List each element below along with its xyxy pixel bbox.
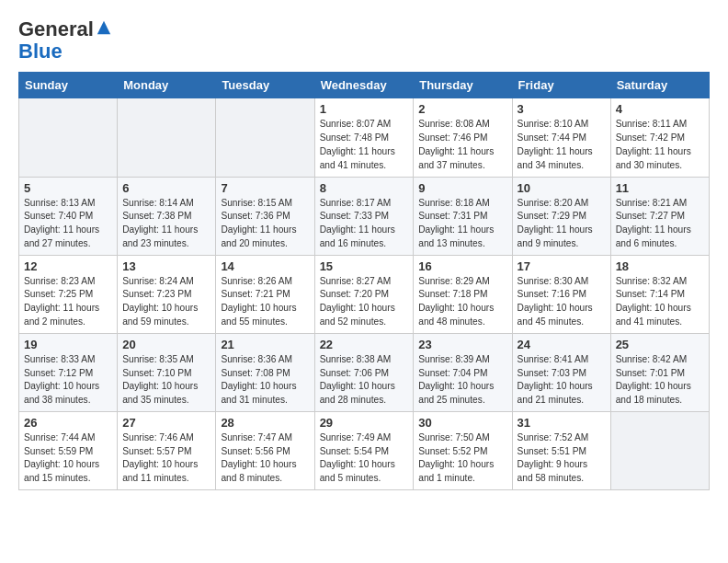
day-number: 30 bbox=[418, 416, 506, 430]
day-info: Sunrise: 8:18 AM Sunset: 7:31 PM Dayligh… bbox=[418, 197, 506, 251]
day-number: 24 bbox=[518, 338, 606, 351]
weekday-header-monday: Monday bbox=[118, 73, 216, 98]
calendar-cell: 5Sunrise: 8:13 AM Sunset: 7:40 PM Daylig… bbox=[19, 177, 118, 255]
calendar-cell: 17Sunrise: 8:30 AM Sunset: 7:16 PM Dayli… bbox=[512, 255, 610, 333]
logo: General Blue bbox=[18, 18, 112, 63]
day-number: 12 bbox=[24, 259, 112, 273]
day-info: Sunrise: 8:27 AM Sunset: 7:20 PM Dayligh… bbox=[320, 275, 409, 329]
day-info: Sunrise: 8:11 AM Sunset: 7:42 PM Dayligh… bbox=[616, 118, 704, 172]
day-number: 28 bbox=[221, 416, 309, 430]
day-number: 19 bbox=[24, 338, 112, 351]
calendar-cell: 2Sunrise: 8:08 AM Sunset: 7:46 PM Daylig… bbox=[414, 98, 512, 177]
week-row-4: 26Sunrise: 7:44 AM Sunset: 5:59 PM Dayli… bbox=[19, 411, 710, 489]
calendar-cell: 11Sunrise: 8:21 AM Sunset: 7:27 PM Dayli… bbox=[610, 177, 709, 255]
day-info: Sunrise: 8:26 AM Sunset: 7:21 PM Dayligh… bbox=[221, 275, 309, 329]
day-number: 4 bbox=[616, 102, 704, 116]
calendar-cell: 24Sunrise: 8:41 AM Sunset: 7:03 PM Dayli… bbox=[512, 333, 610, 411]
day-number: 26 bbox=[24, 416, 112, 430]
calendar-cell bbox=[19, 98, 118, 177]
logo-icon bbox=[96, 19, 112, 36]
day-info: Sunrise: 8:13 AM Sunset: 7:40 PM Dayligh… bbox=[24, 197, 112, 251]
day-number: 11 bbox=[616, 181, 704, 195]
page-header: General Blue bbox=[18, 18, 710, 63]
day-info: Sunrise: 7:46 AM Sunset: 5:57 PM Dayligh… bbox=[122, 431, 210, 486]
day-info: Sunrise: 8:36 AM Sunset: 7:08 PM Dayligh… bbox=[221, 353, 309, 408]
day-number: 1 bbox=[320, 102, 409, 116]
calendar-cell: 4Sunrise: 8:11 AM Sunset: 7:42 PM Daylig… bbox=[610, 98, 709, 177]
week-row-0: 1Sunrise: 8:07 AM Sunset: 7:48 PM Daylig… bbox=[19, 98, 710, 177]
day-number: 23 bbox=[418, 338, 506, 351]
calendar-cell: 15Sunrise: 8:27 AM Sunset: 7:20 PM Dayli… bbox=[314, 255, 414, 333]
calendar-cell: 7Sunrise: 8:15 AM Sunset: 7:36 PM Daylig… bbox=[216, 177, 314, 255]
week-row-2: 12Sunrise: 8:23 AM Sunset: 7:25 PM Dayli… bbox=[19, 255, 710, 333]
calendar-cell: 21Sunrise: 8:36 AM Sunset: 7:08 PM Dayli… bbox=[216, 333, 314, 411]
day-info: Sunrise: 8:30 AM Sunset: 7:16 PM Dayligh… bbox=[518, 275, 606, 329]
weekday-header-wednesday: Wednesday bbox=[314, 73, 414, 98]
weekday-header-row: SundayMondayTuesdayWednesdayThursdayFrid… bbox=[19, 73, 710, 98]
day-info: Sunrise: 7:52 AM Sunset: 5:51 PM Dayligh… bbox=[518, 431, 606, 486]
calendar-cell: 3Sunrise: 8:10 AM Sunset: 7:44 PM Daylig… bbox=[512, 98, 610, 177]
day-info: Sunrise: 8:29 AM Sunset: 7:18 PM Dayligh… bbox=[418, 275, 506, 329]
weekday-header-saturday: Saturday bbox=[610, 73, 709, 98]
calendar-cell: 14Sunrise: 8:26 AM Sunset: 7:21 PM Dayli… bbox=[216, 255, 314, 333]
calendar-cell: 27Sunrise: 7:46 AM Sunset: 5:57 PM Dayli… bbox=[118, 411, 216, 489]
logo-text: General Blue bbox=[18, 18, 112, 63]
day-info: Sunrise: 8:23 AM Sunset: 7:25 PM Dayligh… bbox=[24, 275, 112, 329]
svg-marker-0 bbox=[97, 21, 110, 34]
day-number: 25 bbox=[616, 338, 704, 351]
day-info: Sunrise: 8:14 AM Sunset: 7:38 PM Dayligh… bbox=[122, 197, 210, 251]
calendar-cell: 29Sunrise: 7:49 AM Sunset: 5:54 PM Dayli… bbox=[314, 411, 414, 489]
week-row-3: 19Sunrise: 8:33 AM Sunset: 7:12 PM Dayli… bbox=[19, 333, 710, 411]
calendar-cell: 28Sunrise: 7:47 AM Sunset: 5:56 PM Dayli… bbox=[216, 411, 314, 489]
day-number: 22 bbox=[320, 338, 409, 351]
day-info: Sunrise: 8:38 AM Sunset: 7:06 PM Dayligh… bbox=[320, 353, 409, 408]
day-number: 14 bbox=[221, 259, 309, 273]
calendar-cell: 10Sunrise: 8:20 AM Sunset: 7:29 PM Dayli… bbox=[512, 177, 610, 255]
day-info: Sunrise: 8:21 AM Sunset: 7:27 PM Dayligh… bbox=[616, 197, 704, 251]
day-info: Sunrise: 8:10 AM Sunset: 7:44 PM Dayligh… bbox=[518, 118, 606, 172]
day-number: 6 bbox=[122, 181, 210, 195]
day-number: 10 bbox=[518, 181, 606, 195]
day-number: 20 bbox=[122, 338, 210, 351]
day-number: 5 bbox=[24, 181, 112, 195]
day-info: Sunrise: 8:39 AM Sunset: 7:04 PM Dayligh… bbox=[418, 353, 506, 408]
day-number: 21 bbox=[221, 338, 309, 351]
logo-general: General bbox=[18, 17, 94, 40]
calendar-cell: 18Sunrise: 8:32 AM Sunset: 7:14 PM Dayli… bbox=[610, 255, 709, 333]
logo-blue: Blue bbox=[18, 40, 63, 63]
day-info: Sunrise: 8:41 AM Sunset: 7:03 PM Dayligh… bbox=[518, 353, 606, 408]
day-info: Sunrise: 8:17 AM Sunset: 7:33 PM Dayligh… bbox=[320, 197, 409, 251]
day-info: Sunrise: 8:24 AM Sunset: 7:23 PM Dayligh… bbox=[122, 275, 210, 329]
weekday-header-sunday: Sunday bbox=[19, 73, 118, 98]
day-info: Sunrise: 7:50 AM Sunset: 5:52 PM Dayligh… bbox=[418, 431, 506, 486]
day-number: 17 bbox=[518, 259, 606, 273]
calendar-cell: 13Sunrise: 8:24 AM Sunset: 7:23 PM Dayli… bbox=[118, 255, 216, 333]
week-row-1: 5Sunrise: 8:13 AM Sunset: 7:40 PM Daylig… bbox=[19, 177, 710, 255]
weekday-header-friday: Friday bbox=[512, 73, 610, 98]
calendar-body: 1Sunrise: 8:07 AM Sunset: 7:48 PM Daylig… bbox=[19, 98, 710, 490]
day-number: 2 bbox=[418, 102, 506, 116]
calendar: SundayMondayTuesdayWednesdayThursdayFrid… bbox=[18, 72, 710, 490]
day-info: Sunrise: 8:20 AM Sunset: 7:29 PM Dayligh… bbox=[518, 197, 606, 251]
day-number: 7 bbox=[221, 181, 309, 195]
day-info: Sunrise: 8:32 AM Sunset: 7:14 PM Dayligh… bbox=[616, 275, 704, 329]
day-number: 15 bbox=[320, 259, 409, 273]
day-info: Sunrise: 7:49 AM Sunset: 5:54 PM Dayligh… bbox=[320, 431, 409, 486]
day-info: Sunrise: 8:15 AM Sunset: 7:36 PM Dayligh… bbox=[221, 197, 309, 251]
calendar-cell: 19Sunrise: 8:33 AM Sunset: 7:12 PM Dayli… bbox=[19, 333, 118, 411]
day-number: 9 bbox=[418, 181, 506, 195]
day-number: 8 bbox=[320, 181, 409, 195]
day-info: Sunrise: 7:47 AM Sunset: 5:56 PM Dayligh… bbox=[221, 431, 309, 486]
calendar-cell: 20Sunrise: 8:35 AM Sunset: 7:10 PM Dayli… bbox=[118, 333, 216, 411]
calendar-cell bbox=[610, 411, 709, 489]
calendar-cell: 22Sunrise: 8:38 AM Sunset: 7:06 PM Dayli… bbox=[314, 333, 414, 411]
calendar-cell: 1Sunrise: 8:07 AM Sunset: 7:48 PM Daylig… bbox=[314, 98, 414, 177]
day-info: Sunrise: 8:08 AM Sunset: 7:46 PM Dayligh… bbox=[418, 118, 506, 172]
day-number: 29 bbox=[320, 416, 409, 430]
day-info: Sunrise: 7:44 AM Sunset: 5:59 PM Dayligh… bbox=[24, 431, 112, 486]
calendar-cell: 30Sunrise: 7:50 AM Sunset: 5:52 PM Dayli… bbox=[414, 411, 512, 489]
calendar-cell bbox=[216, 98, 314, 177]
calendar-cell: 12Sunrise: 8:23 AM Sunset: 7:25 PM Dayli… bbox=[19, 255, 118, 333]
day-info: Sunrise: 8:42 AM Sunset: 7:01 PM Dayligh… bbox=[616, 353, 704, 408]
calendar-cell: 9Sunrise: 8:18 AM Sunset: 7:31 PM Daylig… bbox=[414, 177, 512, 255]
